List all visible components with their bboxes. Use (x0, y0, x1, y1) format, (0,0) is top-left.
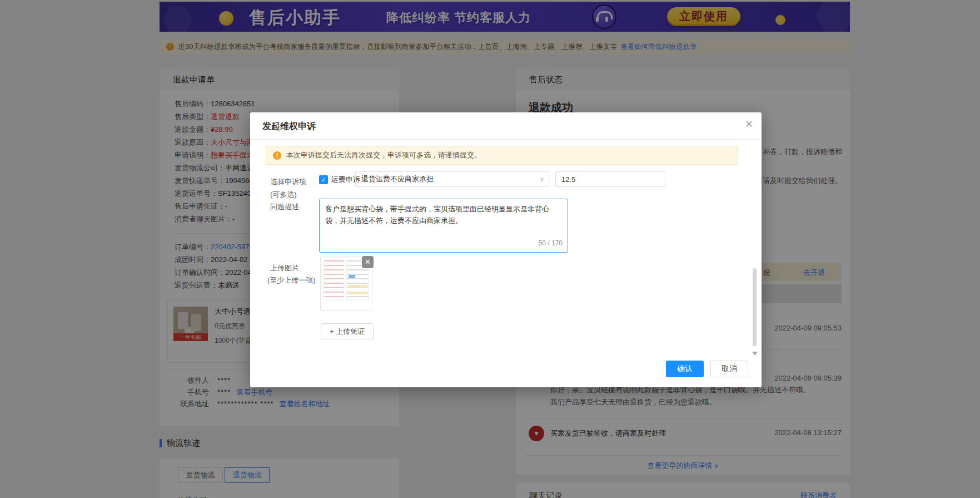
appeal-modal: 发起维权申诉 × ! 本次申诉提交后无法再次提交，申诉项可多选，请谨慎提交。 选… (250, 112, 762, 387)
close-icon[interactable]: × (745, 118, 753, 130)
upload-image-sublabel: (至少上传一张) (267, 275, 316, 285)
modal-warning-banner: ! 本次申诉提交后无法再次提交，申诉项可多选，请谨慎提交。 (266, 146, 738, 165)
amount-input[interactable] (555, 171, 665, 187)
upload-evidence-button[interactable]: + 上传凭证 (321, 323, 374, 339)
page: 售后小助手 降低纠纷率 节约客服人力 立即使用 ! 近30天纠纷退款率将成为平台… (0, 0, 980, 498)
plus-icon: + (330, 327, 336, 336)
cancel-button[interactable]: 取消 (710, 361, 748, 377)
chevron-down-icon: ∨ (540, 172, 544, 186)
thumbnail-page-1 (324, 260, 344, 301)
confirm-button[interactable]: 确认 (666, 361, 704, 377)
appeal-item-sublabel: (可多选) (270, 190, 297, 200)
freight-appeal-checkbox[interactable]: ✓ 运费申诉 (319, 175, 360, 185)
warning-icon: ! (273, 151, 281, 160)
appeal-item-label: 选择申诉项 (270, 177, 306, 187)
modal-scrollbar-thumb[interactable] (753, 268, 757, 346)
uploaded-image-thumbnail[interactable]: ✕ (320, 257, 372, 311)
remove-image-icon[interactable]: ✕ (362, 256, 374, 268)
scrollbar-down-arrow[interactable] (752, 352, 758, 356)
divider (250, 139, 762, 140)
problem-desc-label: 问题描述 (270, 202, 299, 212)
upload-image-label: 上传图片 (270, 263, 299, 273)
problem-description-textarea[interactable]: 客户是想买背心袋，带手提式的，宝贝选项里面已经明显显示是非背心袋，并无描述不符，… (319, 199, 568, 253)
checkbox-checked-icon: ✓ (319, 175, 328, 184)
char-counter: 50 / 170 (539, 238, 563, 249)
modal-title: 发起维权申诉 (262, 121, 316, 132)
appeal-reason-select[interactable]: 退货运费不应商家承担 ∨ (355, 171, 549, 187)
